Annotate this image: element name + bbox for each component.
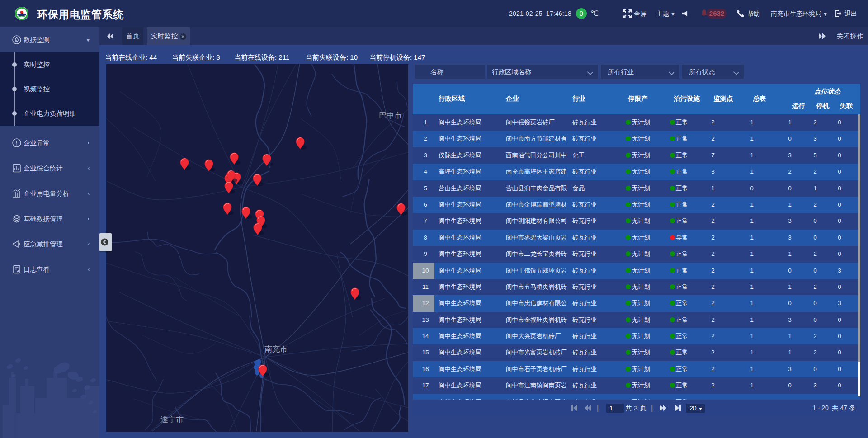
svg-text:南充市: 南充市: [264, 345, 288, 353]
svg-text:巴中市: 巴中市: [379, 111, 402, 120]
svg-text:遂宁市: 遂宁市: [160, 415, 184, 424]
